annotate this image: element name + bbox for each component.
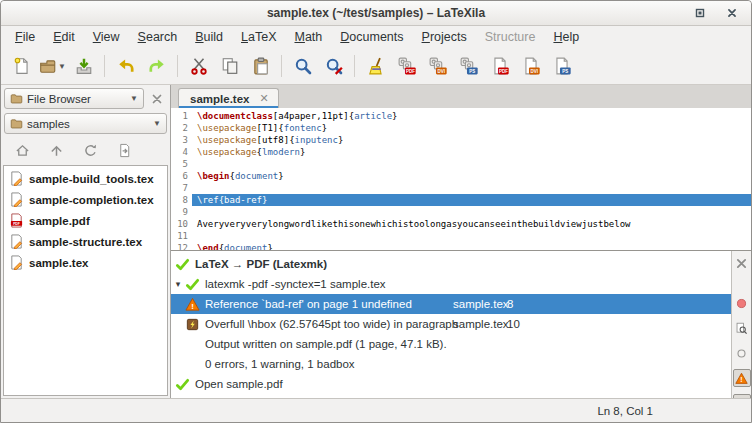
menu-edit[interactable]: Edit: [44, 28, 84, 46]
search-replace-button[interactable]: [318, 52, 349, 81]
view-pdf-button[interactable]: PDF: [484, 52, 515, 81]
build-message: latexmk -pdf -synctex=1 sample.tex: [205, 278, 386, 290]
redo-button[interactable]: [141, 52, 172, 81]
editor-line[interactable]: 7: [171, 182, 751, 194]
line-content: [192, 182, 751, 194]
menu-latex[interactable]: LaTeX: [232, 28, 285, 46]
directory-selector[interactable]: samples ▼: [4, 113, 167, 134]
menu-file[interactable]: File: [6, 28, 44, 46]
editor-line[interactable]: 4\usepackage{lmodern}: [171, 146, 751, 158]
svg-text:PS: PS: [469, 69, 475, 74]
menu-structure[interactable]: Structure: [476, 28, 545, 46]
build-panel: LaTeX → PDF (Latexmk)▾latexmk -pdf -sync…: [171, 250, 751, 398]
close-build-panel-button[interactable]: [733, 254, 751, 272]
line-content: \documentclass[a4paper,11pt]{article}: [192, 110, 751, 122]
menu-projects[interactable]: Projects: [413, 28, 476, 46]
clean-button[interactable]: [360, 52, 391, 81]
parent-directory-button[interactable]: [45, 140, 67, 160]
line-content: \begin{document}: [192, 170, 751, 182]
side-panel: File Browser ▼ samples ▼ sample-build_to…: [1, 85, 171, 398]
search-button[interactable]: [287, 52, 318, 81]
goto-active-document-button[interactable]: [113, 140, 135, 160]
line-number: 4: [171, 146, 192, 158]
svg-text:DVI: DVI: [530, 69, 538, 74]
doc-jump-icon: [117, 143, 132, 158]
build-panel-toolbar: !: [731, 251, 751, 398]
menubar: FileEditViewSearchBuildLaTeXMathDocument…: [1, 26, 751, 48]
side-panel-selector[interactable]: File Browser ▼: [4, 88, 144, 109]
close-button[interactable]: [725, 6, 739, 20]
line-content: [192, 206, 751, 218]
open-document-button[interactable]: ▼: [37, 52, 68, 81]
editor-line[interactable]: 11: [171, 230, 751, 242]
file-item[interactable]: sample-structure.tex: [4, 231, 167, 252]
editor-line[interactable]: 1\documentclass[a4paper,11pt]{article}: [171, 110, 751, 122]
editor-line[interactable]: 10Averyveryverylongwordlikethisonewhichi…: [171, 218, 751, 230]
window-title: sample.tex (~/test/samples) – LaTeXila: [267, 6, 485, 20]
save-button[interactable]: [68, 52, 99, 81]
editor-line[interactable]: 8\ref{bad-ref}: [171, 194, 751, 206]
editor-line[interactable]: 2\usepackage[T1]{fontenc}: [171, 122, 751, 134]
menu-view[interactable]: View: [84, 28, 129, 46]
file-item[interactable]: sample-completion.tex: [4, 189, 167, 210]
build-dvi-button[interactable]: DVI: [422, 52, 453, 81]
tab-sample-tex[interactable]: sample.tex ✕: [178, 88, 279, 108]
chevron-down-icon[interactable]: ▼: [58, 62, 66, 71]
new-document-button[interactable]: [6, 52, 37, 81]
file-browser-list[interactable]: sample-build_tools.texsample-completion.…: [3, 165, 168, 396]
home-button[interactable]: [11, 140, 33, 160]
menu-help[interactable]: Help: [544, 28, 588, 46]
badbox-icon: [185, 317, 200, 332]
window-buttons: [693, 1, 739, 25]
refresh-button[interactable]: [79, 140, 101, 160]
stop-execution-button[interactable]: [733, 294, 751, 312]
build-ps-button[interactable]: PS: [453, 52, 484, 81]
copy-button[interactable]: [214, 52, 245, 81]
editor-line[interactable]: 5: [171, 158, 751, 170]
view-ps-button[interactable]: PS: [546, 52, 577, 81]
titlebar[interactable]: sample.tex (~/test/samples) – LaTeXila: [1, 1, 751, 26]
build-row[interactable]: 0 errors, 1 warning, 1 badbox: [171, 354, 731, 374]
paste-button[interactable]: [245, 52, 276, 81]
chevron-down-icon: ▼: [153, 119, 161, 128]
line-number: 7: [171, 182, 192, 194]
show-details-button[interactable]: [733, 319, 751, 337]
content-area: File Browser ▼ samples ▼ sample-build_to…: [1, 85, 751, 398]
build-row[interactable]: !Reference `bad-ref' on page 1 undefined…: [171, 294, 731, 314]
line-number: 1: [171, 110, 192, 122]
maximize-button[interactable]: [693, 6, 707, 20]
editor-line[interactable]: 3\usepackage[utf8]{inputenc}: [171, 134, 751, 146]
file-item[interactable]: sample.tex: [4, 252, 167, 273]
expander-icon[interactable]: ▾: [171, 279, 185, 289]
file-item[interactable]: PDFsample.pdf: [4, 210, 167, 231]
build-row[interactable]: Output written on sample.pdf (1 page, 47…: [171, 334, 731, 354]
editor-line[interactable]: 12\end{document}: [171, 242, 751, 250]
build-row[interactable]: LaTeX → PDF (Latexmk): [171, 254, 731, 274]
menu-math[interactable]: Math: [285, 28, 331, 46]
file-name: sample-build_tools.tex: [29, 173, 154, 185]
tab-close-icon[interactable]: ✕: [259, 92, 268, 105]
menu-build[interactable]: Build: [186, 28, 232, 46]
cut-button[interactable]: [183, 52, 214, 81]
svg-text:PDF: PDF: [405, 69, 414, 74]
menu-documents[interactable]: Documents: [331, 28, 412, 46]
show-errors-button[interactable]: [733, 344, 751, 362]
build-output-list[interactable]: LaTeX → PDF (Latexmk)▾latexmk -pdf -sync…: [171, 251, 731, 398]
editor-line[interactable]: 6\begin{document}: [171, 170, 751, 182]
file-item[interactable]: sample-build_tools.tex: [4, 168, 167, 189]
menu-search[interactable]: Search: [129, 28, 187, 46]
svg-text:!: !: [740, 376, 742, 383]
undo-button[interactable]: [110, 52, 141, 81]
search-icon: [294, 57, 312, 75]
side-panel-close-button[interactable]: [147, 89, 167, 109]
code-editor[interactable]: 1\documentclass[a4paper,11pt]{article}2\…: [171, 108, 751, 250]
build-row[interactable]: Overfull \hbox (62.57645pt too wide) in …: [171, 314, 731, 334]
build-pdf-button[interactable]: PDF: [391, 52, 422, 81]
show-warnings-button[interactable]: !: [733, 369, 751, 387]
build-row[interactable]: ▾latexmk -pdf -synctex=1 sample.tex: [171, 274, 731, 294]
build-row[interactable]: Open sample.pdf: [171, 374, 731, 394]
open-icon: [39, 57, 57, 75]
editor-line[interactable]: 9: [171, 206, 751, 218]
line-number: 6: [171, 170, 192, 182]
view-dvi-button[interactable]: DVI: [515, 52, 546, 81]
